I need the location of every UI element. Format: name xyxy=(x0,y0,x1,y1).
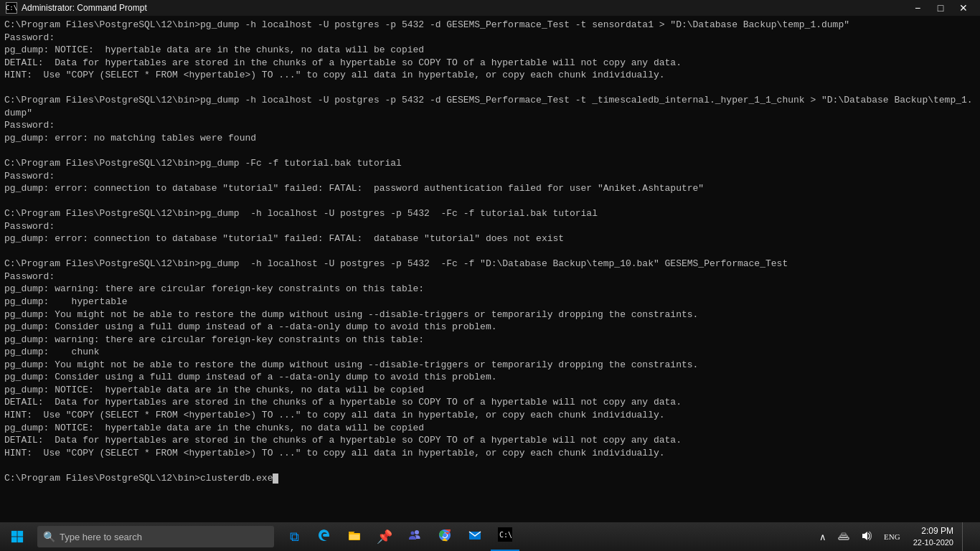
sticky-notes-button[interactable]: 📌 xyxy=(370,522,399,551)
keyboard-layout-icon: ENG xyxy=(884,532,900,541)
start-button[interactable] xyxy=(0,522,34,551)
chrome-icon xyxy=(438,528,452,546)
taskbar-right: ∧ ENG 2:09 PM 22-10-2020 xyxy=(815,522,980,551)
title-bar: C:\ Administrator: Command Prompt − □ ✕ xyxy=(0,0,980,16)
taskbar: 🔍 Type here to search ⧉ 📌 xyxy=(0,522,980,551)
svg-rect-16 xyxy=(842,533,846,535)
task-view-icon: ⧉ xyxy=(290,529,299,545)
task-view-button[interactable]: ⧉ xyxy=(280,522,308,551)
terminal-output: C:\Program Files\PostgreSQL\12\bin>pg_du… xyxy=(0,16,980,522)
file-explorer-button[interactable] xyxy=(340,522,369,551)
input-indicator-button[interactable]: ENG xyxy=(880,522,905,551)
svg-rect-0 xyxy=(11,531,17,537)
clock-date: 22-10-2020 xyxy=(913,537,953,548)
search-icon: 🔍 xyxy=(43,531,55,543)
search-placeholder-text: Type here to search xyxy=(60,532,142,542)
file-explorer-icon xyxy=(347,528,362,546)
network-button[interactable] xyxy=(834,522,854,551)
app-icon: C:\ xyxy=(6,2,17,14)
svg-rect-5 xyxy=(349,534,359,540)
svg-rect-1 xyxy=(17,531,23,537)
close-button[interactable]: ✕ xyxy=(953,1,974,15)
edge-icon xyxy=(317,528,331,546)
teams-icon xyxy=(407,528,422,546)
chrome-button[interactable] xyxy=(430,522,459,551)
cmd-taskbar-icon: C:\ xyxy=(498,527,512,545)
svg-point-10 xyxy=(443,533,447,537)
clock-time: 2:09 PM xyxy=(921,525,953,537)
svg-point-7 xyxy=(411,531,415,534)
volume-button[interactable] xyxy=(857,522,877,551)
show-hidden-icons-button[interactable]: ∧ xyxy=(815,522,831,551)
chevron-up-icon: ∧ xyxy=(819,532,826,542)
system-clock[interactable]: 2:09 PM 22-10-2020 xyxy=(908,525,959,548)
mail-icon xyxy=(468,528,482,546)
title-bar-left: C:\ Administrator: Command Prompt xyxy=(6,2,147,14)
cmd-taskbar-button[interactable]: C:\ xyxy=(491,522,519,551)
minimize-button[interactable]: − xyxy=(907,1,928,15)
network-icon xyxy=(838,530,849,544)
show-desktop-button[interactable] xyxy=(962,522,974,551)
volume-icon xyxy=(861,530,872,544)
window-title: Administrator: Command Prompt xyxy=(22,3,147,13)
mail-button[interactable] xyxy=(461,522,489,551)
edge-button[interactable] xyxy=(310,522,339,551)
svg-rect-3 xyxy=(17,537,23,542)
svg-point-6 xyxy=(415,530,419,534)
teams-button[interactable] xyxy=(400,522,429,551)
search-bar[interactable]: 🔍 Type here to search xyxy=(37,526,274,547)
windows-logo-icon xyxy=(11,530,24,543)
title-bar-controls: − □ ✕ xyxy=(907,1,974,15)
svg-text:C:\: C:\ xyxy=(499,531,512,539)
sticky-notes-icon: 📌 xyxy=(377,529,392,545)
svg-rect-2 xyxy=(11,537,17,542)
taskbar-apps: ⧉ 📌 xyxy=(280,522,519,551)
maximize-button[interactable]: □ xyxy=(930,1,951,15)
